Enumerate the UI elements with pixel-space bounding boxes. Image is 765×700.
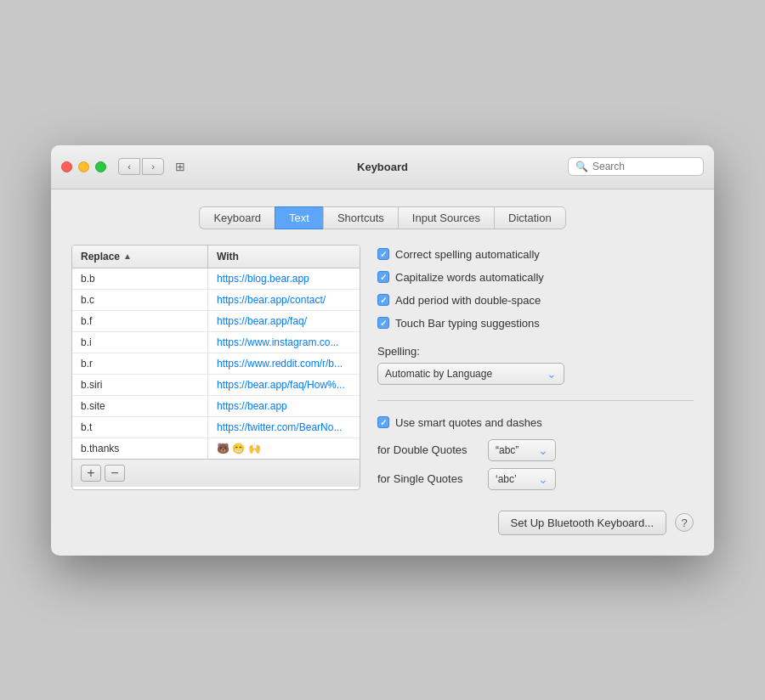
table-body: b.b https://blog.bear.app b.c https://be… xyxy=(72,268,360,459)
titlebar: ‹ › ⊞ Keyboard 🔍 xyxy=(51,145,714,189)
keyboard-preferences-window: ‹ › ⊞ Keyboard 🔍 Keyboard Text Shortcuts… xyxy=(51,145,714,556)
checkbox-label: Capitalize words automatically xyxy=(395,271,544,284)
table-row[interactable]: b.i https://www.instagram.co... xyxy=(72,332,360,353)
main-content: Keyboard Text Shortcuts Input Sources Di… xyxy=(51,189,714,556)
cell-with: https://bear.app/contact/ xyxy=(208,290,360,310)
double-quotes-label: for Double Quotes xyxy=(377,443,479,456)
checkbox-label: Touch Bar typing suggestions xyxy=(395,317,540,330)
checkbox-label: Use smart quotes and dashes xyxy=(395,416,542,429)
tab-shortcuts[interactable]: Shortcuts xyxy=(323,206,398,229)
table-row[interactable]: b.thanks 🐻 😁 🙌 xyxy=(72,438,360,459)
back-button[interactable]: ‹ xyxy=(118,158,140,175)
text-tab-content: Replace ▲ With b.b https://blog.bear.app… xyxy=(71,245,694,490)
cell-replace: b.f xyxy=(72,311,208,331)
cell-with: https://www.instagram.co... xyxy=(208,332,360,353)
checkbox-label: Correct spelling automatically xyxy=(395,248,540,261)
checkbox-icon[interactable] xyxy=(377,317,389,329)
search-icon: 🔍 xyxy=(575,161,588,172)
forward-button[interactable]: › xyxy=(142,158,164,175)
table-row[interactable]: b.siri https://bear.app/faq/How%... xyxy=(72,375,360,396)
close-button[interactable] xyxy=(61,161,72,172)
cell-replace: b.c xyxy=(72,290,208,310)
help-button[interactable]: ? xyxy=(675,513,694,532)
minimize-button[interactable] xyxy=(78,161,89,172)
replacement-table: Replace ▲ With b.b https://blog.bear.app… xyxy=(71,245,360,490)
cell-replace: b.t xyxy=(72,417,208,438)
chevron-down-icon: ⌄ xyxy=(538,443,548,457)
spelling-section: Spelling: Automatic by Language ⌄ xyxy=(377,345,694,385)
spelling-dropdown-value: Automatic by Language xyxy=(385,368,492,380)
table-row[interactable]: b.site https://bear.app xyxy=(72,396,360,417)
checkbox-icon[interactable] xyxy=(377,248,389,260)
column-replace-header: Replace ▲ xyxy=(72,246,208,268)
checkbox-capitalize-words[interactable]: Capitalize words automatically xyxy=(377,271,694,284)
cell-replace: b.b xyxy=(72,268,208,289)
checkbox-smart-quotes[interactable]: Use smart quotes and dashes xyxy=(377,416,694,429)
cell-with: https://bear.app/faq/How%... xyxy=(208,375,360,395)
sort-arrow-icon: ▲ xyxy=(123,251,132,261)
cell-with: https://www.reddit.com/r/b... xyxy=(208,353,360,374)
single-quotes-dropdown[interactable]: ‘abc’ ⌄ xyxy=(488,468,556,490)
remove-entry-button[interactable]: − xyxy=(105,465,125,482)
table-row[interactable]: b.c https://bear.app/contact/ xyxy=(72,290,360,311)
cell-with: 🐻 😁 🙌 xyxy=(208,438,360,459)
spelling-dropdown[interactable]: Automatic by Language ⌄ xyxy=(377,363,564,385)
tab-input-sources[interactable]: Input Sources xyxy=(398,206,494,229)
checkbox-icon[interactable] xyxy=(377,416,389,428)
cell-with: https://bear.app xyxy=(208,396,360,416)
maximize-button[interactable] xyxy=(95,161,106,172)
cell-with: https://bear.app/faq/ xyxy=(208,311,360,331)
nav-buttons: ‹ › xyxy=(118,158,164,175)
double-quotes-dropdown[interactable]: “abc” ⌄ xyxy=(488,439,556,461)
single-quotes-row: for Single Quotes ‘abc’ ⌄ xyxy=(377,468,694,490)
double-quotes-value: “abc” xyxy=(496,444,518,456)
cell-replace: b.i xyxy=(72,332,208,353)
right-panel: Correct spelling automatically Capitaliz… xyxy=(377,245,694,490)
checkbox-label: Add period with double-space xyxy=(395,294,541,307)
add-entry-button[interactable]: + xyxy=(81,465,101,482)
table-footer: + − xyxy=(72,459,360,487)
checkbox-correct-spelling[interactable]: Correct spelling automatically xyxy=(377,248,694,261)
double-quotes-row: for Double Quotes “abc” ⌄ xyxy=(377,439,694,461)
quotes-section: for Double Quotes “abc” ⌄ for Single Quo… xyxy=(377,439,694,490)
cell-replace: b.r xyxy=(72,353,208,374)
tab-text[interactable]: Text xyxy=(275,206,323,229)
single-quotes-label: for Single Quotes xyxy=(377,472,479,485)
column-with-header: With xyxy=(208,246,360,268)
checkbox-icon[interactable] xyxy=(377,271,389,283)
table-row[interactable]: b.b https://blog.bear.app xyxy=(72,268,360,290)
tab-dictation[interactable]: Dictation xyxy=(494,206,566,229)
cell-with: https://twitter.com/BearNo... xyxy=(208,417,360,438)
tab-keyboard[interactable]: Keyboard xyxy=(199,206,275,229)
checkbox-touch-bar[interactable]: Touch Bar typing suggestions xyxy=(377,317,694,330)
cell-with: https://blog.bear.app xyxy=(208,268,360,289)
cell-replace: b.thanks xyxy=(72,438,208,459)
traffic-lights xyxy=(61,161,106,172)
cell-replace: b.siri xyxy=(72,375,208,395)
window-title: Keyboard xyxy=(357,161,408,173)
single-quotes-value: ‘abc’ xyxy=(496,473,517,485)
spelling-label: Spelling: xyxy=(377,345,694,358)
table-row[interactable]: b.f https://bear.app/faq/ xyxy=(72,311,360,332)
chevron-down-icon: ⌄ xyxy=(538,472,548,486)
table-row[interactable]: b.t https://twitter.com/BearNo... xyxy=(72,417,360,438)
grid-button[interactable]: ⊞ xyxy=(169,158,191,175)
table-row[interactable]: b.r https://www.reddit.com/r/b... xyxy=(72,353,360,375)
checkbox-period-double-space[interactable]: Add period with double-space xyxy=(377,294,694,307)
chevron-down-icon: ⌄ xyxy=(547,367,557,381)
table-header: Replace ▲ With xyxy=(72,246,360,268)
cell-replace: b.site xyxy=(72,396,208,416)
divider xyxy=(377,400,694,401)
bottom-bar: Set Up Bluetooth Keyboard... ? xyxy=(71,511,694,535)
search-input[interactable] xyxy=(592,161,696,172)
bluetooth-keyboard-button[interactable]: Set Up Bluetooth Keyboard... xyxy=(498,511,666,535)
search-box[interactable]: 🔍 xyxy=(568,157,704,176)
tab-bar: Keyboard Text Shortcuts Input Sources Di… xyxy=(71,206,694,229)
checkbox-icon[interactable] xyxy=(377,294,389,306)
